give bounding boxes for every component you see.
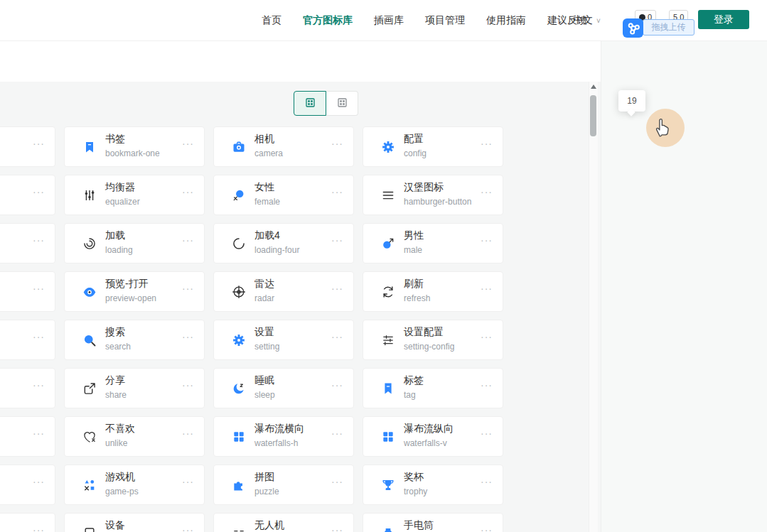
more-icon[interactable]: ···: [481, 186, 493, 197]
more-icon[interactable]: ···: [481, 283, 493, 294]
more-icon[interactable]: ···: [331, 331, 343, 342]
icon-subtitle: waterfalls-h: [254, 438, 298, 448]
more-icon[interactable]: ···: [182, 524, 194, 532]
scrollbar[interactable]: [589, 82, 598, 532]
icon-card-share[interactable]: 分享share···: [64, 368, 205, 408]
icon-card-refresh[interactable]: 刷新refresh···: [363, 271, 503, 312]
more-icon[interactable]: ···: [182, 428, 194, 439]
icon-card[interactable]: ···: [0, 368, 55, 408]
more-icon[interactable]: ···: [481, 138, 493, 149]
nav-item[interactable]: 官方图标库: [303, 14, 353, 27]
icon-subtitle: config: [404, 148, 427, 158]
icon-card-search[interactable]: 搜索search···: [64, 320, 205, 360]
more-icon[interactable]: ···: [331, 234, 343, 246]
scrollbar-up-arrow-icon[interactable]: [591, 85, 596, 89]
more-icon[interactable]: ···: [33, 186, 45, 197]
icon-subtitle: loading-four: [254, 245, 299, 255]
more-icon[interactable]: ···: [33, 234, 45, 246]
icon-card-setting-config[interactable]: 设置配置setting-config···: [363, 320, 503, 360]
view-toggle-grid-view[interactable]: [326, 91, 358, 116]
icon-card-waterfalls-h[interactable]: 瀑布流横向waterfalls-h···: [213, 416, 354, 457]
more-icon[interactable]: ···: [331, 476, 343, 487]
icon-card-female[interactable]: 女性female···: [213, 175, 354, 215]
more-icon[interactable]: ···: [331, 283, 343, 294]
view-toggle-card-view[interactable]: [294, 91, 326, 116]
more-icon[interactable]: ···: [182, 186, 194, 197]
more-icon[interactable]: ···: [481, 524, 493, 532]
male-icon: [381, 237, 395, 251]
icon-card-puzzle[interactable]: 拼图puzzle···: [213, 465, 354, 505]
filter-toolbar: 只看已选: 0/2657: [0, 41, 601, 82]
more-icon[interactable]: ···: [182, 379, 194, 391]
more-icon[interactable]: ···: [182, 234, 194, 246]
icon-card-unlike[interactable]: 不喜欢unlike···: [64, 416, 205, 457]
more-icon[interactable]: ···: [33, 524, 45, 532]
icon-card-config[interactable]: 配置config···: [363, 126, 503, 167]
icon-card[interactable]: ···: [0, 223, 55, 264]
more-icon[interactable]: ···: [182, 138, 194, 149]
icon-card[interactable]: ···: [0, 416, 55, 457]
icon-card-setting[interactable]: 设置setting···: [213, 320, 354, 360]
icon-card-flashlight[interactable]: 手电筒···: [363, 513, 503, 532]
more-icon[interactable]: ···: [331, 138, 343, 149]
nav-item[interactable]: 使用指南: [486, 14, 526, 27]
more-icon[interactable]: ···: [33, 138, 45, 149]
more-icon[interactable]: ···: [331, 379, 343, 391]
icon-card-bookmark-one[interactable]: 书签bookmark-one···: [64, 126, 205, 167]
more-icon[interactable]: ···: [331, 524, 343, 532]
nav-item[interactable]: 首页: [262, 14, 281, 27]
icon-card-preview-open[interactable]: 预览-打开preview-open···: [64, 271, 205, 312]
icon-title: 预览-打开: [105, 278, 149, 291]
nav-item[interactable]: 插画库: [374, 14, 404, 27]
icon-card-equalizer[interactable]: 均衡器equalizer···: [64, 175, 205, 215]
icon-card-loading-four[interactable]: 加载4loading-four···: [213, 223, 354, 264]
icon-card-hamburger-button[interactable]: 汉堡图标hamburger-button···: [363, 175, 503, 215]
icon-card-trophy[interactable]: 奖杯trophy···: [363, 465, 503, 505]
login-button[interactable]: 登录: [698, 10, 749, 29]
iconpark-logo[interactable]: [623, 18, 643, 38]
icon-card[interactable]: ···: [0, 320, 55, 360]
icon-card-loading[interactable]: 加载loading···: [64, 223, 205, 264]
icon-card-waterfalls-v[interactable]: 瀑布流纵向waterfalls-v···: [363, 416, 503, 457]
icon-card[interactable]: ···: [0, 513, 55, 532]
more-icon[interactable]: ···: [182, 283, 194, 294]
female-icon: [232, 188, 246, 202]
more-icon[interactable]: ···: [481, 234, 493, 246]
more-icon[interactable]: ···: [33, 379, 45, 391]
icon-card[interactable]: ···: [0, 175, 55, 215]
drag-upload-zone[interactable]: 拖拽上传: [643, 19, 694, 36]
icon-card-game-ps[interactable]: 游戏机game-ps···: [64, 465, 205, 505]
more-icon[interactable]: ···: [481, 428, 493, 439]
icon-card[interactable]: e-one···: [0, 271, 55, 312]
icon-card[interactable]: ···: [0, 465, 55, 505]
more-icon[interactable]: ···: [33, 476, 45, 487]
icon-card[interactable]: ···: [0, 126, 55, 167]
icon-title: 加载4: [254, 229, 280, 242]
icon-card-camera[interactable]: 相机camera···: [213, 126, 354, 167]
nav-item[interactable]: 项目管理: [425, 14, 465, 27]
more-icon[interactable]: ···: [33, 331, 45, 342]
grid-view-icon: [338, 97, 347, 110]
more-icon[interactable]: ···: [33, 428, 45, 439]
icon-title: 加载: [105, 229, 125, 242]
icon-card-device[interactable]: 设备···: [64, 513, 205, 532]
flashlight-icon: [381, 526, 395, 532]
more-icon[interactable]: ···: [481, 379, 493, 391]
language-selector[interactable]: 中文 ˅: [573, 0, 601, 41]
more-icon[interactable]: ···: [331, 428, 343, 439]
more-icon[interactable]: ···: [331, 186, 343, 197]
icon-title: 搜索: [105, 326, 125, 339]
more-icon[interactable]: ···: [182, 331, 194, 342]
setting-config-icon: [381, 333, 395, 347]
icon-card-radar[interactable]: 雷达radar···: [213, 271, 354, 312]
more-icon[interactable]: ···: [481, 331, 493, 342]
more-icon[interactable]: ···: [33, 283, 45, 294]
icon-card-drone[interactable]: 无人机···: [213, 513, 354, 532]
more-icon[interactable]: ···: [481, 476, 493, 487]
icon-card-male[interactable]: 男性male···: [363, 223, 503, 264]
scrollbar-thumb[interactable]: [590, 95, 596, 136]
icon-title: 分享: [105, 374, 125, 387]
icon-card-sleep[interactable]: 睡眠sleep···: [213, 368, 354, 408]
icon-card-tag[interactable]: 标签tag···: [363, 368, 503, 408]
more-icon[interactable]: ···: [182, 476, 194, 487]
